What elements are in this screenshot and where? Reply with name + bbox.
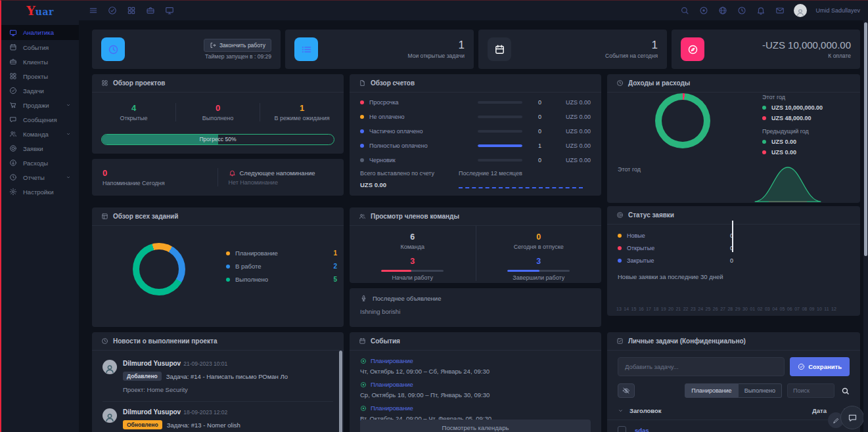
- ticket-chart-axis: [732, 221, 733, 252]
- sidebar-item-analytics[interactable]: Аналитика: [1, 25, 79, 40]
- feed-author[interactable]: Dilmurod Yusupov18-09-2023 12:02: [123, 408, 333, 416]
- sidebar-item-projects[interactable]: Проекты: [1, 69, 79, 83]
- personal-tasks-card: Личные задачи (Конфиденциально) Сохранит…: [607, 332, 860, 432]
- status-dot: [360, 129, 364, 133]
- task-search-input[interactable]: [787, 383, 834, 398]
- file-icon: [359, 79, 366, 87]
- sidebar-item-settings[interactable]: Настройки: [1, 184, 79, 199]
- sidebar-item-messages[interactable]: Сообщения: [1, 112, 79, 127]
- end-work-button[interactable]: Закончить работу: [204, 39, 271, 52]
- invoice-bar: [478, 116, 522, 118]
- user-name[interactable]: Umid Sadullayev: [815, 7, 860, 14]
- chevron-down-icon: [66, 175, 71, 180]
- invoices-total-label: Всего выставлено по счету: [360, 170, 459, 177]
- finished-work-count: 3: [476, 257, 602, 266]
- ticket-status-card: Статус заявки Новые0 Открытые0 Закрытые0…: [607, 206, 860, 316]
- column-date[interactable]: Дата: [812, 407, 827, 414]
- projects-shortcut-icon[interactable]: [126, 5, 137, 16]
- add-task-input[interactable]: [618, 357, 785, 376]
- notifications-bell-icon[interactable]: [756, 5, 766, 16]
- messages-mail-icon[interactable]: [775, 5, 785, 16]
- task-checkbox[interactable]: [618, 426, 626, 432]
- board-icon: [101, 213, 108, 220]
- event-link[interactable]: Планирование: [360, 404, 591, 412]
- sort-caret-icon[interactable]: [618, 408, 624, 414]
- feed-entry: Dilmurod Yusupov18-09-2023 12:02 Обновле…: [101, 404, 334, 432]
- search-icon[interactable]: [679, 5, 690, 16]
- sidebar-item-clients[interactable]: Клиенты: [1, 54, 79, 69]
- menu-icon[interactable]: [88, 5, 99, 16]
- invoice-row-draft: Черновик0UZS 0.00: [360, 153, 591, 167]
- card-title: Новости о выполнении проекта: [113, 337, 217, 345]
- history-clock-icon[interactable]: [737, 5, 747, 16]
- chat-fab-button[interactable]: [840, 406, 864, 429]
- ticket-legend: Новые0 Открытые0 Закрытые0: [618, 231, 733, 269]
- waiting-projects-label: В режиме ожидания: [260, 115, 344, 121]
- invoice-bar: [478, 130, 522, 133]
- avatar: [103, 360, 117, 374]
- monitor-shortcut-icon[interactable]: [164, 5, 175, 16]
- today-events-card: 1 События на сегодня: [478, 30, 667, 69]
- waiting-projects-value: 1: [260, 103, 344, 113]
- card-header: Доходы и расходы: [607, 74, 860, 93]
- feed-text[interactable]: Задача: #14 - Написать письмо РОман Ло: [166, 373, 288, 380]
- sidebar-label: Проекты: [23, 73, 48, 80]
- sidebar-item-tasks[interactable]: Задачи: [1, 83, 79, 98]
- sidebar-item-team[interactable]: Команда: [1, 127, 79, 141]
- filter-done-button[interactable]: Выполнено: [739, 383, 782, 398]
- save-task-button[interactable]: Сохранить: [790, 357, 850, 376]
- sidebar-item-expenses[interactable]: Расходы: [1, 156, 79, 170]
- brand-logo[interactable]: Yuar: [1, 3, 79, 18]
- projects-stats: 4Открытые 0Выполнено 1В режиме ожидания: [92, 95, 344, 129]
- team-count: 6: [350, 232, 476, 242]
- hide-tasks-button[interactable]: [618, 383, 635, 398]
- language-globe-icon[interactable]: [718, 5, 728, 16]
- feed-text[interactable]: Задача: #13 - Nomer olish: [167, 421, 240, 429]
- invoices-overview-card: Обзор счетов Просрочка0UZS 0.00 Не оплач…: [350, 74, 601, 196]
- card-title: Обзор счетов: [371, 79, 415, 87]
- feed-author[interactable]: Dilmurod Yusupov21-09-2023 10:01: [123, 360, 333, 367]
- done-dot: [226, 278, 230, 282]
- list-icon: [294, 37, 318, 61]
- news-scrollbar[interactable]: [339, 351, 342, 432]
- reminders-card: 0 Напоминание Сегодня Следующее напомина…: [92, 159, 344, 196]
- income-expense-card: Доходы и расходы Этот год UZS 10,000,000…: [607, 74, 860, 203]
- income-expense-donut: [655, 93, 710, 148]
- announcement-text[interactable]: Ishning borishi: [360, 308, 591, 315]
- invoice-row-partially-paid: Частично оплачено0UZS 0.00: [360, 124, 591, 139]
- card-title: Личные задачи (Конфиденциально): [628, 337, 746, 345]
- column-title[interactable]: Заголовок: [629, 407, 662, 414]
- this-year-expense: UZS 48,000.00: [771, 115, 811, 121]
- open-tasks-card: 1 Мои открытые задачи: [285, 30, 474, 69]
- target-icon: [616, 211, 624, 219]
- user-avatar[interactable]: [794, 4, 807, 17]
- expense-dot: [762, 116, 766, 120]
- sidebar-item-events[interactable]: События: [1, 40, 79, 54]
- timer-status-icon[interactable]: [698, 5, 709, 16]
- page-scrollbar-thumb[interactable]: [864, 22, 867, 256]
- prev-year-income: UZS 0.00: [771, 139, 796, 145]
- event-item: Планирование Чт, Октябрь 12, 09:00 – Сб,…: [350, 351, 601, 422]
- feed-time: 21-09-2023 10:01: [183, 360, 227, 367]
- search-icon[interactable]: [841, 387, 850, 395]
- sidebar-item-tickets[interactable]: Заявки: [1, 141, 79, 156]
- sidebar-label: Клиенты: [23, 58, 48, 66]
- sidebar-label: Заявки: [23, 145, 43, 152]
- card-header: Статус заявки: [607, 206, 860, 225]
- tasks-shortcut-icon[interactable]: [107, 5, 118, 16]
- event-link[interactable]: Планирование: [360, 357, 591, 364]
- sidebar-item-sales[interactable]: Продажи: [1, 98, 79, 112]
- filter-planning-button[interactable]: Планирование: [685, 383, 738, 398]
- tasks-donut: [133, 243, 185, 295]
- clients-shortcut-icon[interactable]: [145, 5, 156, 16]
- feed-project[interactable]: Проект: Home Security: [123, 386, 333, 393]
- mic-icon: [360, 295, 367, 302]
- sidebar-item-reports[interactable]: Отчеты: [1, 170, 79, 184]
- card-header: События: [350, 332, 601, 351]
- task-title-link[interactable]: sdas: [635, 427, 649, 432]
- view-calendar-button[interactable]: Посмотреть календарь: [360, 420, 591, 432]
- clock-icon: [616, 79, 624, 87]
- on-leave-count: 0: [476, 232, 602, 242]
- event-link[interactable]: Планирование: [360, 381, 591, 388]
- chevron-down-icon: [66, 131, 71, 137]
